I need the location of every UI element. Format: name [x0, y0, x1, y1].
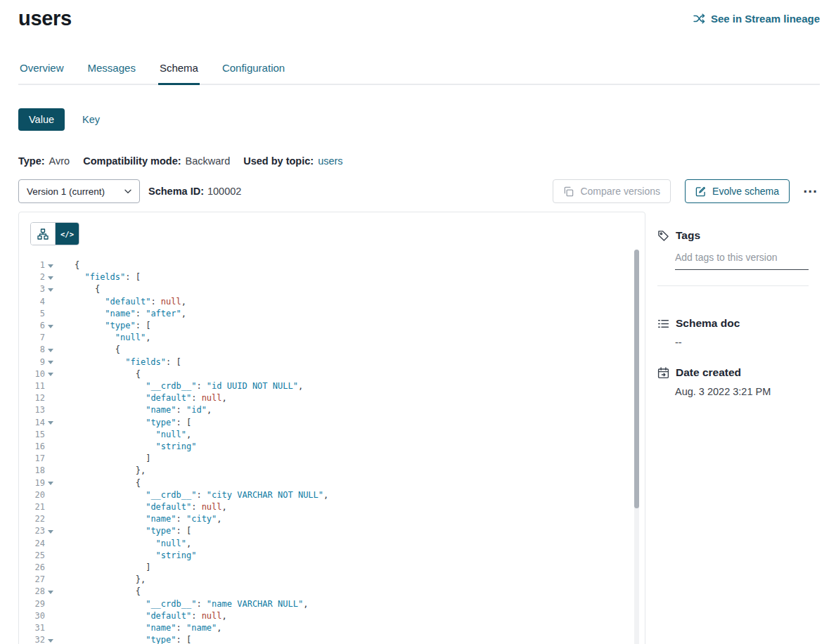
tags-input[interactable]: [675, 252, 809, 270]
code-text: "fields": [: [56, 271, 141, 283]
fold-spacer: [45, 296, 56, 308]
schema-doc-header: Schema doc: [657, 317, 820, 330]
code-text: {: [56, 586, 141, 598]
code-text: "string": [56, 550, 196, 562]
version-toolbar: Version 1 (current) Schema ID:100002 Com…: [18, 179, 820, 203]
line-number: 30: [19, 610, 45, 622]
line-number: 15: [19, 429, 45, 441]
fold-arrow-icon[interactable]: [45, 634, 56, 644]
code-text: "fields": [: [56, 356, 181, 368]
schema-doc-title: Schema doc: [676, 317, 740, 330]
code-text: {: [56, 477, 141, 489]
code-text: {: [56, 368, 141, 380]
tags-title: Tags: [676, 229, 700, 242]
meta-type: Type:Avro: [18, 155, 70, 167]
tree-view-button[interactable]: [31, 223, 55, 245]
tags-header: Tags: [657, 229, 820, 242]
fold-spacer: [45, 501, 56, 513]
fold-spacer: [45, 550, 56, 562]
meta-compatibility: Compatibility mode:Backward: [83, 155, 230, 167]
code-line: 8 {: [19, 344, 645, 356]
schema-doc-value: --: [675, 337, 820, 348]
line-number: 1: [19, 259, 45, 271]
code-text: {: [56, 283, 100, 295]
code-line: 31 "name": "name",: [19, 622, 645, 634]
value-toggle-button[interactable]: Value: [18, 108, 65, 131]
editor-scrollbar-thumb[interactable]: [634, 250, 639, 508]
meta-compatibility-value: Backward: [186, 155, 231, 167]
tree-view-icon: [37, 228, 49, 240]
schema-editor-panel: </> 1{2 "fields": [3 {4 "default": null,…: [18, 212, 645, 644]
code-text: ]: [56, 453, 150, 465]
compare-versions-button[interactable]: Compare versions: [553, 179, 671, 203]
code-text: "default": null,: [56, 392, 227, 404]
code-line: 28 {: [19, 586, 645, 598]
schema-page: users See in Stream lineage Overview Mes…: [0, 0, 836, 644]
code-text: "__crdb__": "name VARCHAR NULL",: [56, 598, 308, 610]
fold-arrow-icon[interactable]: [45, 525, 56, 537]
code-line: 5 "name": "after",: [19, 308, 645, 320]
fold-arrow-icon[interactable]: [45, 320, 56, 332]
code-line: 10 {: [19, 368, 645, 380]
topic-link[interactable]: users: [318, 155, 342, 167]
fold-spacer: [45, 622, 56, 634]
see-in-stream-lineage-link[interactable]: See in Stream lineage: [693, 13, 820, 25]
tab-configuration[interactable]: Configuration: [221, 62, 286, 84]
evolve-schema-button[interactable]: Evolve schema: [685, 179, 790, 203]
fold-spacer: [45, 404, 56, 416]
code-view-button[interactable]: </>: [55, 223, 79, 245]
code-line: 4 "default": null,: [19, 296, 645, 308]
line-number: 12: [19, 392, 45, 404]
meta-compatibility-label: Compatibility mode:: [83, 155, 181, 167]
line-number: 27: [19, 574, 45, 586]
code-text: "type": [: [56, 320, 150, 332]
fold-arrow-icon[interactable]: [45, 368, 56, 380]
fold-arrow-icon[interactable]: [45, 271, 56, 283]
line-number: 6: [19, 320, 45, 332]
edit-schema-icon: [695, 186, 706, 197]
fold-spacer: [45, 441, 56, 453]
code-text: "__crdb__": "city VARCHAR NOT NULL",: [56, 489, 328, 501]
fold-spacer: [45, 465, 56, 477]
code-line: 12 "default": null,: [19, 392, 645, 404]
code-text: "null",: [56, 429, 191, 441]
code-line: 22 "name": "city",: [19, 513, 645, 525]
code-line: 30 "default": null,: [19, 610, 645, 622]
fold-spacer: [45, 574, 56, 586]
fold-arrow-icon[interactable]: [45, 259, 56, 271]
stream-lineage-icon: [693, 13, 705, 24]
fold-arrow-icon[interactable]: [45, 283, 56, 295]
tab-overview[interactable]: Overview: [18, 62, 65, 84]
code-line: 19 {: [19, 477, 645, 489]
fold-arrow-icon[interactable]: [45, 477, 56, 489]
fold-spacer: [45, 489, 56, 501]
fold-arrow-icon[interactable]: [45, 344, 56, 356]
fold-spacer: [45, 392, 56, 404]
schema-doc-section: Schema doc --: [657, 317, 820, 348]
code-text: },: [56, 574, 146, 586]
code-line: 16 "string": [19, 441, 645, 453]
fold-arrow-icon[interactable]: [45, 356, 56, 368]
tab-schema[interactable]: Schema: [158, 62, 200, 84]
line-number: 11: [19, 380, 45, 392]
fold-arrow-icon[interactable]: [45, 586, 56, 598]
value-key-toggle: Value Key: [18, 108, 820, 131]
more-options-button[interactable]: ⋯: [802, 184, 820, 198]
code-text: "name": "after",: [56, 308, 186, 320]
code-line: 13 "name": "id",: [19, 404, 645, 416]
code-text: "default": null,: [56, 296, 186, 308]
date-created-section: Date created Aug. 3 2022 3:21 PM: [657, 366, 820, 397]
meta-topic-label: Used by topic:: [243, 155, 314, 167]
line-number: 10: [19, 368, 45, 380]
version-select[interactable]: Version 1 (current): [18, 179, 140, 203]
code-line: 6 "type": [: [19, 320, 645, 332]
line-number: 5: [19, 308, 45, 320]
sidebar-divider: [657, 285, 809, 286]
tab-messages[interactable]: Messages: [86, 62, 137, 84]
fold-spacer: [45, 332, 56, 344]
fold-arrow-icon[interactable]: [45, 417, 56, 429]
editor-scrollbar-track[interactable]: [634, 250, 639, 644]
key-toggle-button[interactable]: Key: [82, 114, 100, 125]
fold-spacer: [45, 380, 56, 392]
schema-code-editor[interactable]: 1{2 "fields": [3 {4 "default": null,5 "n…: [19, 259, 645, 644]
